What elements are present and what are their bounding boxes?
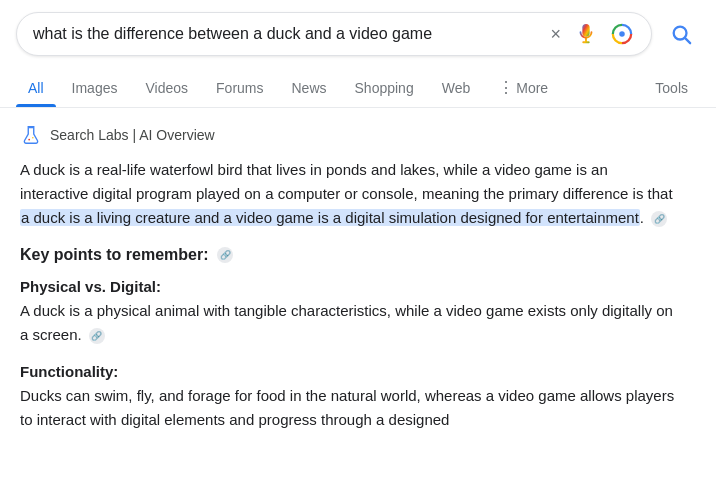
svg-rect-4: [28, 127, 34, 128]
search-icon: [670, 23, 692, 45]
nav-tabs: All Images Videos Forums News Shopping W…: [0, 68, 716, 108]
ai-outro-text: .: [640, 209, 644, 226]
tab-web[interactable]: Web: [430, 70, 483, 106]
mic-icon: [575, 23, 597, 45]
main-content: Search Labs | AI Overview A duck is a re…: [0, 108, 700, 464]
search-bar: ×: [16, 12, 652, 56]
tab-news[interactable]: News: [280, 70, 339, 106]
ai-overview-label: Search Labs | AI Overview: [50, 127, 215, 143]
search-bar-container: ×: [0, 0, 716, 68]
svg-point-1: [619, 31, 625, 37]
tools-button[interactable]: Tools: [643, 70, 700, 106]
flask-icon: [20, 124, 42, 146]
clear-button[interactable]: ×: [548, 22, 563, 47]
ai-intro-text: A duck is a real-life waterfowl bird tha…: [20, 161, 673, 202]
ai-overview-header: Search Labs | AI Overview: [20, 124, 680, 146]
section-functionality: Functionality: Ducks can swim, fly, and …: [20, 363, 680, 432]
voice-search-button[interactable]: [573, 21, 599, 47]
section-1-title: Physical vs. Digital:: [20, 278, 680, 295]
link-icon-1[interactable]: 🔗: [651, 211, 667, 227]
more-menu[interactable]: ⋮ More: [486, 68, 560, 107]
tab-all[interactable]: All: [16, 70, 56, 106]
section-1-text: A duck is a physical animal with tangibl…: [20, 299, 680, 347]
section-2-text: Ducks can swim, fly, and forage for food…: [20, 384, 680, 432]
more-label: More: [516, 80, 548, 96]
section-physical-digital: Physical vs. Digital: A duck is a physic…: [20, 278, 680, 347]
more-dots-icon: ⋮: [498, 78, 514, 97]
search-input[interactable]: [33, 25, 548, 43]
ai-highlight-text: a duck is a living creature and a video …: [20, 209, 640, 226]
svg-point-6: [32, 137, 33, 138]
lens-search-button[interactable]: [609, 21, 635, 47]
clear-icon: ×: [550, 24, 561, 45]
tab-shopping[interactable]: Shopping: [343, 70, 426, 106]
tab-videos[interactable]: Videos: [133, 70, 200, 106]
tab-forums[interactable]: Forums: [204, 70, 275, 106]
ai-overview-text: A duck is a real-life waterfowl bird tha…: [20, 158, 680, 230]
search-button[interactable]: [662, 19, 700, 49]
tab-images[interactable]: Images: [60, 70, 130, 106]
key-points-header: Key points to remember: 🔗: [20, 246, 680, 264]
section-2-title: Functionality:: [20, 363, 680, 380]
link-icon-3[interactable]: 🔗: [89, 328, 105, 344]
lens-icon: [611, 23, 633, 45]
svg-point-5: [28, 139, 30, 141]
key-points-label: Key points to remember:: [20, 246, 208, 264]
search-bar-icons: ×: [548, 21, 635, 47]
link-icon-2[interactable]: 🔗: [217, 247, 233, 263]
svg-line-3: [685, 38, 690, 43]
